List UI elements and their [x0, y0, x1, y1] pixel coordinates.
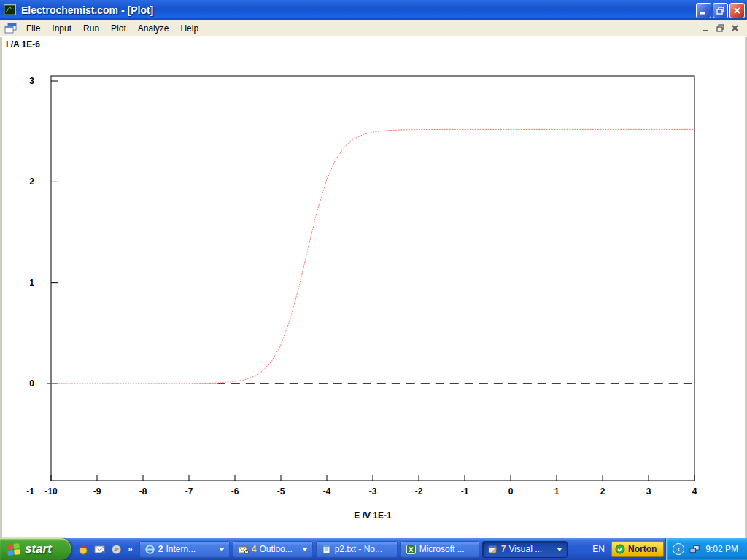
hide-inactive-icons-chevron[interactable]: ‹	[673, 543, 684, 555]
menu-run[interactable]: Run	[77, 21, 105, 36]
menu-analyze[interactable]: Analyze	[132, 21, 175, 36]
mdi-close-icon[interactable]	[730, 23, 740, 33]
norton-label: Norton	[628, 544, 657, 554]
visual-basic-icon	[487, 544, 498, 555]
x-tick-label: -2	[415, 486, 423, 497]
launcher-icon[interactable]	[77, 544, 88, 555]
plot-client-area: 3210-1-10-9-8-7-6-5-4-3-2-101234i /A 1E-…	[0, 37, 747, 538]
group-count: 2	[158, 544, 163, 554]
taskbar: start »	[0, 538, 747, 560]
network-connection-icon[interactable]	[689, 544, 700, 555]
window-left-edge	[0, 37, 2, 538]
notepad-icon	[321, 544, 332, 555]
window-title: Electrochemist.com - [Plot]	[21, 4, 694, 16]
menu-input[interactable]: Input	[46, 21, 77, 36]
voltammogram-curve	[51, 129, 694, 384]
minimize-button[interactable]	[696, 3, 711, 18]
close-button[interactable]	[729, 3, 745, 18]
x-tick-label: 1	[554, 486, 560, 497]
taskbar-button-excel[interactable]: Microsoft ...	[400, 541, 479, 558]
x-tick-label: 2	[600, 486, 605, 497]
taskbar-button-internet-explorer[interactable]: 2 Intern...	[139, 541, 230, 558]
language-indicator[interactable]: EN	[586, 544, 611, 554]
envelope-icon[interactable]	[94, 544, 105, 555]
taskbar-clock: 9:02 PM	[705, 544, 738, 554]
messenger-icon[interactable]	[111, 544, 122, 555]
norton-check-icon	[615, 544, 625, 554]
taskbar-button-label: Intern...	[166, 544, 196, 554]
title-bar: Electrochemist.com - [Plot]	[0, 0, 747, 20]
start-button[interactable]: start	[0, 538, 71, 560]
taskbar-button-visual-basic[interactable]: 7 Visual ...	[482, 541, 568, 558]
voltammogram-plot: 3210-1-10-9-8-7-6-5-4-3-2-101234i /A 1E-…	[0, 37, 747, 539]
group-count: 7	[501, 544, 506, 554]
norton-antivirus-badge[interactable]: Norton	[611, 541, 664, 557]
windows-flag-icon	[5, 540, 22, 557]
menu-plot[interactable]: Plot	[105, 21, 132, 36]
taskbar-button-label: Microsoft ...	[419, 544, 465, 554]
x-tick-label: -7	[185, 486, 193, 497]
quick-launch-overflow-chevron[interactable]: »	[128, 544, 133, 554]
taskbar-button-label: Outloo...	[259, 544, 292, 554]
x-tick-label: -1	[461, 486, 469, 497]
x-tick-label: -6	[231, 486, 239, 497]
x-tick-label: -3	[369, 486, 377, 497]
plot-frame	[51, 76, 694, 481]
internet-explorer-icon	[144, 544, 155, 555]
mdi-child-window-icon[interactable]	[4, 23, 18, 34]
x-tick-label: -9	[93, 486, 101, 497]
mdi-restore-icon[interactable]	[716, 23, 725, 33]
x-tick-label: 0	[508, 486, 514, 497]
taskbar-button-notepad[interactable]: p2.txt - No...	[316, 541, 398, 558]
app-plot-icon	[4, 4, 17, 16]
mdi-window-controls	[701, 23, 743, 33]
y-tick-label: 3	[29, 76, 34, 86]
x-tick-label: 3	[646, 486, 651, 497]
mdi-minimize-icon[interactable]	[701, 23, 711, 33]
y-tick-label: -1	[26, 486, 34, 497]
taskbar-button-outlook[interactable]: 4 Outloo...	[233, 541, 313, 558]
start-label: start	[25, 542, 52, 556]
y-tick-label: 1	[29, 278, 34, 288]
quick-launch-bar: »	[71, 544, 139, 555]
menu-bar: File Input Run Plot Analyze Help	[0, 20, 747, 36]
chevron-down-icon	[219, 548, 225, 551]
excel-icon	[406, 544, 417, 555]
outlook-icon	[238, 544, 249, 555]
system-tray: ‹ 9:02 PM	[665, 538, 747, 560]
x-tick-label: -4	[323, 486, 331, 497]
x-tick-label: 4	[692, 486, 697, 497]
group-count: 4	[252, 544, 257, 554]
taskbar-button-label: Visual ...	[508, 544, 542, 554]
y-tick-label: 0	[29, 378, 34, 389]
menu-file[interactable]: File	[20, 21, 46, 36]
chevron-down-icon	[557, 548, 562, 551]
y-axis-title: i /A 1E-6	[6, 39, 40, 50]
y-tick-label: 2	[29, 176, 34, 187]
chevron-down-icon	[302, 548, 308, 551]
x-tick-label: -5	[277, 486, 285, 497]
x-tick-label: -10	[44, 486, 58, 497]
x-axis-title: E /V 1E-1	[354, 510, 392, 521]
taskbar-button-label: p2.txt - No...	[335, 544, 382, 554]
menu-help[interactable]: Help	[174, 21, 204, 36]
restore-button[interactable]	[713, 3, 728, 18]
x-tick-label: -8	[139, 486, 147, 497]
